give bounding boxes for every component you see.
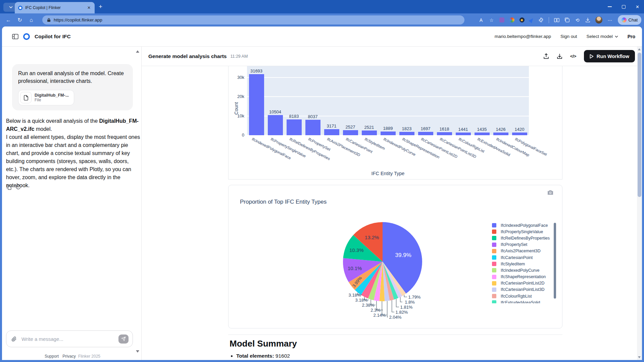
bar-value-label: 8037 xyxy=(302,114,324,119)
bar[interactable] xyxy=(268,115,283,135)
summary-item: Total elements: 91602 xyxy=(236,353,290,359)
pie-chart-card[interactable]: Proportion of Top IFC Entity Types 39.9%… xyxy=(228,185,562,328)
scroll-down-arrow[interactable] xyxy=(638,356,641,358)
refresh-button[interactable]: ↻ xyxy=(14,17,26,23)
browser-profile-avatar[interactable] xyxy=(595,16,602,23)
home-button[interactable]: ⌂ xyxy=(26,17,37,23)
window-minimize-button[interactable] xyxy=(608,6,612,7)
history-icon[interactable]: ⟲ xyxy=(575,17,580,23)
bar[interactable] xyxy=(475,133,490,135)
extension-icon[interactable] xyxy=(499,17,504,22)
bar-value-label: 10504 xyxy=(264,109,286,114)
bar-chart-card[interactable]: Count IFC Entity Type 010k20k30k31693Ifc… xyxy=(228,66,562,179)
password-extension-icon[interactable] xyxy=(519,17,525,22)
favorite-star-icon[interactable]: ☆ xyxy=(489,17,494,23)
address-bar[interactable]: https://copilot.flinker.app xyxy=(42,15,464,24)
bar[interactable] xyxy=(362,131,377,135)
x-axis-tick-label: IfcPolygonalFaceSet xyxy=(514,137,548,157)
attach-paperclip-icon[interactable] xyxy=(11,336,17,342)
x-axis-tick-label: IfcAxis2Placement3D xyxy=(327,137,361,157)
chat-sidebar: Run an overall analysis of the model. Cr… xyxy=(2,47,142,360)
view-code-icon[interactable]: </> xyxy=(570,54,576,59)
bar-value-label: 1823 xyxy=(396,126,417,131)
bar[interactable] xyxy=(381,132,396,135)
user-message-bubble: Run an overall analysis of the model. Cr… xyxy=(12,64,133,110)
browser-tab[interactable]: IFC Copilot | Flinker ✕ xyxy=(15,2,95,13)
collections-icon[interactable] xyxy=(564,17,570,22)
legend-item[interactable]: IfcIndexedPolygonalFace xyxy=(492,222,553,228)
support-link[interactable]: Support xyxy=(45,354,59,359)
downloads-icon[interactable] xyxy=(585,17,590,22)
bar[interactable] xyxy=(305,120,320,135)
bar[interactable] xyxy=(343,130,358,135)
page-scrollbar[interactable] xyxy=(637,47,642,360)
scroll-up-arrow[interactable] xyxy=(638,48,641,50)
file-attachment-card[interactable]: DigitalHub_FM-... File xyxy=(18,90,74,105)
bar[interactable] xyxy=(437,132,452,135)
legend-item[interactable]: IfcShapeRepresentation xyxy=(492,274,553,280)
run-workflow-button[interactable]: Run Workflow xyxy=(584,50,635,62)
bar[interactable] xyxy=(512,133,527,135)
copyright-text: Flinker 2025 xyxy=(78,354,100,359)
more-options-icon[interactable]: ⋯ xyxy=(607,17,613,23)
legend-item[interactable]: IfcRelDefinesByProperties xyxy=(492,235,553,241)
message-input[interactable] xyxy=(21,336,114,342)
new-tab-button[interactable]: + xyxy=(99,3,102,10)
bar[interactable] xyxy=(418,132,433,135)
bar-value-label: 1435 xyxy=(471,127,493,132)
bar[interactable] xyxy=(249,74,264,135)
legend-swatch xyxy=(492,268,496,272)
legend-item[interactable]: IfcColourRgbList xyxy=(492,293,553,299)
window-maximize-button[interactable] xyxy=(622,5,626,9)
chat-scroll-down-arrow[interactable] xyxy=(136,350,139,353)
chat-scroll-up-arrow[interactable] xyxy=(136,50,139,53)
window-close-button[interactable]: ✕ xyxy=(636,4,639,9)
sidebar-toggle-icon[interactable] xyxy=(12,34,18,39)
pie-label-leader-line xyxy=(387,301,388,317)
bar[interactable] xyxy=(287,119,302,135)
legend-item[interactable]: IfcAxis2Placement3D xyxy=(492,248,553,254)
legend-item[interactable]: IfcCartesianPointList3D xyxy=(492,287,553,293)
sign-out-button[interactable]: Sign out xyxy=(560,34,577,39)
share-icon[interactable] xyxy=(543,53,549,59)
pie-percent-label: 3.18% xyxy=(349,293,361,298)
extension-icon[interactable] xyxy=(528,17,534,23)
send-button[interactable] xyxy=(118,334,129,344)
split-screen-icon[interactable] xyxy=(554,18,559,22)
pie-percent-label: 2.04% xyxy=(389,315,402,320)
copy-icon[interactable] xyxy=(6,184,12,190)
close-tab-icon[interactable]: ✕ xyxy=(87,5,91,10)
privacy-link[interactable]: Privacy xyxy=(62,354,76,359)
pie-percent-label: 1.79% xyxy=(408,295,421,300)
legend-swatch xyxy=(492,281,496,286)
bar-value-label: 31693 xyxy=(246,68,267,73)
legend-scrollbar[interactable] xyxy=(554,223,556,299)
bar[interactable] xyxy=(324,129,339,135)
legend-item[interactable]: IfcStyledItem xyxy=(492,261,553,267)
legend-label: IfcExtrudedAreaSolid xyxy=(501,300,540,303)
extension-icon[interactable] xyxy=(509,17,514,22)
read-aloud-icon[interactable]: A xyxy=(479,17,484,23)
legend-item[interactable]: IfcPropertySet xyxy=(492,242,553,248)
copilot-chat-button[interactable]: Chat xyxy=(618,15,641,25)
model-summary-heading: Model Summary xyxy=(230,339,297,349)
back-button[interactable]: ← xyxy=(3,17,14,23)
legend-item[interactable]: IfcCartesianPointList2D xyxy=(492,280,553,287)
scrollbar-thumb[interactable] xyxy=(638,53,641,197)
bar[interactable] xyxy=(399,132,414,135)
workflow-panel: Generate model analysis charts 11:29 AM … xyxy=(142,47,637,360)
bar[interactable] xyxy=(456,133,471,135)
legend-swatch xyxy=(492,288,496,292)
legend-item[interactable]: IfcCartesianPoint xyxy=(492,254,553,261)
legend-item[interactable]: IfcIndexedPolyCurve xyxy=(492,267,553,273)
legend-label: IfcIndexedPolygonalFace xyxy=(501,223,548,228)
bar[interactable] xyxy=(493,133,508,135)
model-selector[interactable]: Select model xyxy=(587,34,618,39)
legend-label: IfcPropertySet xyxy=(501,242,527,247)
message-composer[interactable] xyxy=(6,330,133,347)
download-icon[interactable] xyxy=(557,53,562,59)
legend-item[interactable]: IfcExtrudedAreaSolid xyxy=(492,299,553,303)
legend-item[interactable]: IfcPropertySingleValue xyxy=(492,228,553,235)
regenerate-icon[interactable] xyxy=(15,184,21,190)
extensions-puzzle-icon[interactable] xyxy=(539,17,544,22)
